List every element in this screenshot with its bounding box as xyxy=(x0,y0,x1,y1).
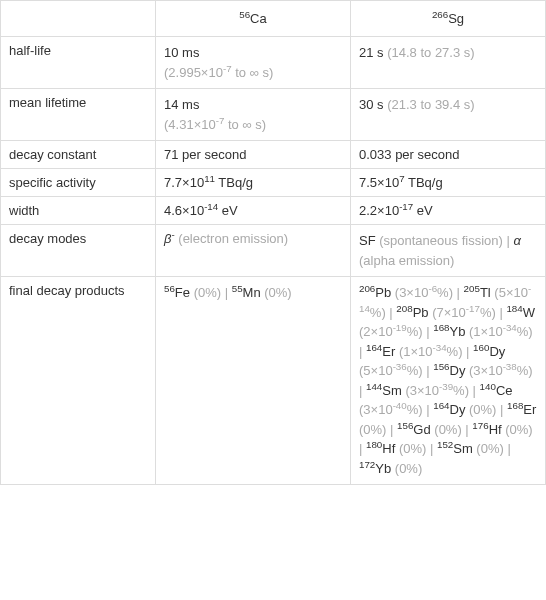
percentage: (0%) xyxy=(431,422,462,437)
separator: | xyxy=(423,363,434,378)
cell-value: 4.6×10-14 eV xyxy=(156,197,351,225)
element-symbol: Sm xyxy=(382,383,402,398)
element-symbol: Dy xyxy=(450,363,466,378)
mass-number: 208 xyxy=(396,303,412,314)
mass-number: 164 xyxy=(366,342,382,353)
mode-description: (spontaneous fission) xyxy=(376,233,503,248)
cell-value: SF (spontaneous fission) | α (alpha emis… xyxy=(351,225,546,277)
cell-value: 71 per second xyxy=(156,141,351,169)
cell-value: 7.5×107 TBq/g xyxy=(351,169,546,197)
header-blank xyxy=(1,1,156,37)
percentage: (1×10-34%) xyxy=(465,324,532,339)
percentage: (0%) xyxy=(502,422,533,437)
percentage: (3×10-38%) xyxy=(465,363,532,378)
element-symbol: Ce xyxy=(496,383,513,398)
mass-number: 156 xyxy=(397,420,413,431)
mass-number: 184 xyxy=(506,303,522,314)
element-symbol: Tl xyxy=(480,285,491,300)
separator: | xyxy=(359,344,366,359)
comparison-table: 56Ca 266Sg half-life 10 ms (2.995×10-7 t… xyxy=(0,0,546,485)
row-label: mean lifetime xyxy=(1,89,156,141)
element-symbol: W xyxy=(523,305,535,320)
header-ca56: 56Ca xyxy=(156,1,351,37)
separator: | xyxy=(496,305,507,320)
cell-value: 7.7×1011 TBq/g xyxy=(156,169,351,197)
mass-number: 176 xyxy=(472,420,488,431)
separator: | xyxy=(359,441,366,456)
mass-number: 180 xyxy=(366,439,382,450)
percentage: (5×10-36%) xyxy=(359,363,423,378)
mass-number: 266 xyxy=(432,9,448,20)
mass-number: 205 xyxy=(464,283,480,294)
mass-number: 152 xyxy=(437,439,453,450)
cell-value: β- (electron emission) xyxy=(156,225,351,277)
percentage: (1×10-34%) xyxy=(395,344,462,359)
row-width: width 4.6×10-14 eV 2.2×10-17 eV xyxy=(1,197,546,225)
range-value: (14.8 to 27.3 s) xyxy=(384,45,475,60)
primary-value: 21 s xyxy=(359,45,384,60)
row-specific-activity: specific activity 7.7×1011 TBq/g 7.5×107… xyxy=(1,169,546,197)
mass-number: 156 xyxy=(433,361,449,372)
mass-number: 144 xyxy=(366,381,382,392)
percentage: (3×10-6%) xyxy=(391,285,453,300)
percentage: (0%) xyxy=(391,461,422,476)
element-symbol: Gd xyxy=(413,422,430,437)
row-label: width xyxy=(1,197,156,225)
row-mean-lifetime: mean lifetime 14 ms (4.31×10-7 to ∞ s) 3… xyxy=(1,89,546,141)
mode-description: (electron emission) xyxy=(175,231,288,246)
element-symbol: Er xyxy=(523,402,536,417)
mass-number: 168 xyxy=(433,322,449,333)
range-value: (4.31×10-7 to ∞ s) xyxy=(164,117,266,132)
separator: | xyxy=(386,422,397,437)
primary-value: 14 ms xyxy=(164,97,199,112)
element-symbol: Er xyxy=(382,344,395,359)
cell-value: 14 ms (4.31×10-7 to ∞ s) xyxy=(156,89,351,141)
element-symbol: Sg xyxy=(448,11,464,26)
mass-number: 56 xyxy=(239,9,250,20)
cell-value: 0.033 per second xyxy=(351,141,546,169)
mass-number: 164 xyxy=(433,400,449,411)
row-decay-modes: decay modes β- (electron emission) SF (s… xyxy=(1,225,546,277)
row-half-life: half-life 10 ms (2.995×10-7 to ∞ s) 21 s… xyxy=(1,37,546,89)
sf-symbol: SF xyxy=(359,233,376,248)
mode-description: (alpha emission) xyxy=(359,253,454,268)
separator: | xyxy=(423,402,434,417)
element-symbol: Hf xyxy=(382,441,395,456)
mass-number: 160 xyxy=(473,342,489,353)
element-symbol: Pb xyxy=(413,305,429,320)
header-sg266: 266Sg xyxy=(351,1,546,37)
cell-value: 10 ms (2.995×10-7 to ∞ s) xyxy=(156,37,351,89)
alpha-symbol: α xyxy=(513,233,520,248)
range-value: (21.3 to 39.4 s) xyxy=(384,97,475,112)
element-symbol: Yb xyxy=(375,461,391,476)
cell-value: 206Pb (3×10-6%) | 205Tl (5×10-14%) | 208… xyxy=(351,277,546,485)
separator: | xyxy=(386,305,397,320)
mass-number: 140 xyxy=(480,381,496,392)
range-value: (2.995×10-7 to ∞ s) xyxy=(164,65,273,80)
element-symbol: Yb xyxy=(450,324,466,339)
element-symbol: Dy xyxy=(489,344,505,359)
mass-number: 168 xyxy=(507,400,523,411)
percentage: (2×10-19%) xyxy=(359,324,423,339)
row-label: half-life xyxy=(1,37,156,89)
element-symbol: Pb xyxy=(375,285,391,300)
separator: | xyxy=(462,422,473,437)
cell-value: 56Fe (0%) | 55Mn (0%) xyxy=(156,277,351,485)
mass-number: 206 xyxy=(359,283,375,294)
row-final-decay-products: final decay products 56Fe (0%) | 55Mn (0… xyxy=(1,277,546,485)
row-label: specific activity xyxy=(1,169,156,197)
separator: | xyxy=(453,285,464,300)
header-row: 56Ca 266Sg xyxy=(1,1,546,37)
element-symbol: Ca xyxy=(250,11,267,26)
element-symbol: Dy xyxy=(450,402,466,417)
percentage: (3×10-40%) xyxy=(359,402,423,417)
separator: | xyxy=(423,324,434,339)
separator: | xyxy=(426,441,437,456)
separator: | xyxy=(359,383,366,398)
separator: | xyxy=(504,441,511,456)
separator: | xyxy=(469,383,480,398)
row-label: decay constant xyxy=(1,141,156,169)
row-label: decay modes xyxy=(1,225,156,277)
cell-value: 21 s (14.8 to 27.3 s) xyxy=(351,37,546,89)
percentage: (3×10-39%) xyxy=(402,383,469,398)
